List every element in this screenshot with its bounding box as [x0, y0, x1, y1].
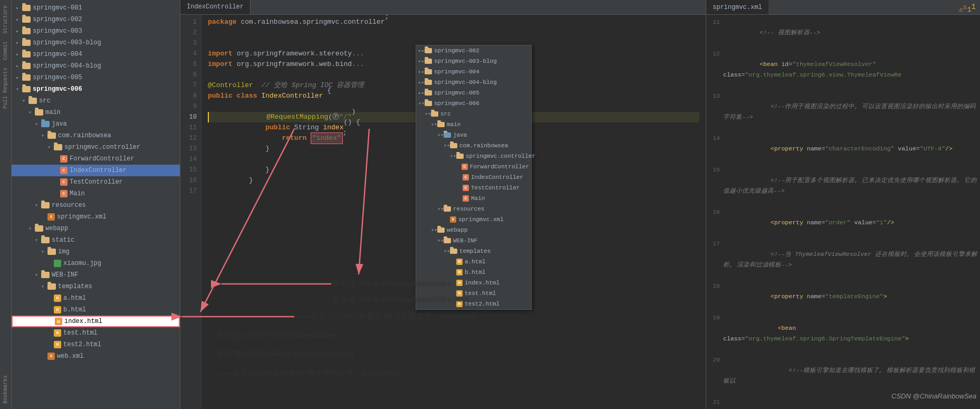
tree-item-main-class[interactable]: C Main	[12, 188, 180, 199]
arrow-icon: ▾	[437, 237, 444, 244]
overlay-item-index-ctrl[interactable]: C IndexController	[416, 172, 531, 183]
overlay-file-tree[interactable]: ▸ springmvc-002 ▸ springmvc-003-blog ▸ s…	[416, 45, 532, 310]
xml-content[interactable]: 11 <!-- 视图解析器--> 12 <bean id="thymeleafV…	[706, 15, 980, 409]
jpg-file-icon	[54, 260, 61, 267]
arrow-icon: ▸	[418, 79, 425, 85]
item-label: resources	[453, 206, 484, 212]
item-label: springmvc-001	[33, 4, 82, 12]
overlay-item-springmvc-003-blog[interactable]: ▸ springmvc-003-blog	[416, 56, 531, 66]
overlay-item-springmvc-004-blog[interactable]: ▸ springmvc-004-blog	[416, 77, 531, 88]
overlay-item-com-rainbowsea[interactable]: ▾ com.rainbowsea	[416, 140, 531, 151]
file-tree[interactable]: springmvc-001 springmvc-002 springmvc-00…	[12, 0, 180, 409]
vtab-bookmarks[interactable]: Bookmarks	[2, 372, 9, 407]
tree-item-src[interactable]: src	[12, 95, 180, 107]
tree-item-springmvc-006[interactable]: springmvc-006	[12, 83, 180, 95]
line-num: 15	[708, 165, 723, 175]
tree-item-resources[interactable]: resources	[12, 199, 180, 211]
tab-springmvc-xml[interactable]: springmvc.xml	[706, 0, 768, 14]
tree-item-test2-html[interactable]: H test2.html	[12, 339, 180, 350]
tree-item-springmvc-004-blog[interactable]: springmvc-004-blog	[12, 60, 180, 72]
overlay-item-main-class[interactable]: C Main	[416, 193, 531, 204]
tree-item-springmvc-003[interactable]: springmvc-003	[12, 25, 180, 37]
tree-item-templates[interactable]: templates	[12, 281, 180, 292]
vtab-structure[interactable]: Structure	[2, 2, 9, 37]
folder-icon	[22, 16, 31, 23]
overlay-item-springmvc-006[interactable]: ▾ springmvc-006	[416, 98, 531, 109]
overlay-item-src[interactable]: ▾ src	[416, 109, 531, 119]
xml-line-16: 16 <property name="order" value="1"/>	[708, 207, 978, 239]
html-file-icon: H	[456, 269, 463, 275]
tree-item-index-html[interactable]: H index.html	[12, 316, 180, 327]
overlay-item-webapp[interactable]: ▾ webapp	[416, 225, 531, 235]
line-num: 21	[708, 397, 723, 407]
overlay-item-springmvc-xml[interactable]: X springmvc.xml	[416, 214, 531, 225]
overlay-item-test-html[interactable]: H test.html	[416, 288, 531, 299]
overlay-item-test2-html[interactable]: H test2.html	[416, 299, 531, 309]
vtab-commit[interactable]: Commit	[2, 38, 9, 63]
tree-item-a-html[interactable]: H a.html	[12, 292, 180, 304]
tree-item-test-controller[interactable]: C TestController	[12, 176, 180, 188]
tree-item-springmvc-002[interactable]: springmvc-002	[12, 14, 180, 25]
item-label: springmvc-006	[434, 100, 479, 107]
tree-item-springmvc-004[interactable]: springmvc-004	[12, 49, 180, 60]
arrow-icon: ▾	[437, 206, 444, 212]
folder-icon	[437, 122, 445, 127]
overlay-item-springmvc-controller[interactable]: ▾ springmvc.controller	[416, 151, 531, 161]
item-label: springmvc.controller	[64, 144, 140, 151]
overlay-item-b-html[interactable]: H b.html	[416, 267, 531, 278]
arrow-icon: ▾	[450, 153, 456, 159]
xml-panel: ⚠ 1 springmvc.xml 11 <!-- 视图解析器--> 12 <b…	[706, 0, 980, 409]
arrow-icon	[28, 225, 35, 232]
item-label: webapp	[447, 227, 468, 233]
tree-item-webapp[interactable]: webapp	[12, 223, 180, 234]
tree-item-springmvc-controller[interactable]: springmvc.controller	[12, 141, 180, 153]
tree-item-springmvc-xml[interactable]: X springmvc.xml	[12, 211, 180, 223]
tree-item-b-html[interactable]: H b.html	[12, 304, 180, 316]
arrow-icon	[35, 202, 41, 208]
overlay-item-test-ctrl[interactable]: C TestController	[416, 183, 531, 193]
xml-line-21: 21 <property name="templateResolver">	[708, 397, 978, 409]
item-label: springmvc-006	[33, 85, 82, 93]
overlay-item-springmvc-005[interactable]: ▸ springmvc-005	[416, 88, 531, 98]
tree-item-springmvc-005[interactable]: springmvc-005	[12, 72, 180, 83]
overlay-item-java[interactable]: ▾ java	[416, 130, 531, 140]
item-label: b.html	[63, 306, 86, 313]
line-num-5: 5	[180, 59, 197, 70]
overlay-item-a-html[interactable]: H a.html	[416, 256, 531, 267]
arrow-icon	[35, 237, 41, 243]
overlay-item-main[interactable]: ▾ main	[416, 119, 531, 130]
tree-item-springmvc-001[interactable]: springmvc-001	[12, 2, 180, 14]
vertical-tab-bar: Structure Commit Pull Requests Bookmarks	[0, 0, 12, 409]
overlay-item-springmvc-004[interactable]: ▸ springmvc-004	[416, 66, 531, 77]
overlay-item-web-inf[interactable]: ▾ WEB-INF	[416, 235, 531, 246]
tree-item-test-html[interactable]: H test.html	[12, 327, 180, 339]
tree-item-com-rainbowsea[interactable]: com.rainbowsea	[12, 130, 180, 141]
tree-item-web-xml[interactable]: X web.xml	[12, 350, 180, 362]
line-num-1: 1	[180, 17, 197, 27]
line-num-13: 13	[180, 144, 197, 154]
arrow-icon	[41, 249, 47, 255]
tree-item-static[interactable]: static	[12, 234, 180, 246]
html-file-icon: H	[456, 259, 463, 265]
vtab-pull-requests[interactable]: Pull Requests	[2, 64, 9, 112]
tree-item-forward-controller[interactable]: C ForwardController	[12, 153, 180, 165]
overlay-item-index-html[interactable]: H index.html	[416, 278, 531, 288]
tree-item-springmvc-003-blog[interactable]: springmvc-003-blog	[12, 37, 180, 49]
tree-item-xiaomu-jpg[interactable]: xiaomu.jpg	[12, 258, 180, 269]
tree-item-web-inf[interactable]: WEB-INF	[12, 269, 180, 281]
overlay-item-springmvc-002[interactable]: ▸ springmvc-002	[416, 45, 531, 56]
overlay-item-templates[interactable]: ▾ templates	[416, 246, 531, 256]
tab-index-controller[interactable]: IndexController	[180, 0, 251, 14]
tree-item-main[interactable]: main	[12, 107, 180, 118]
line-num-17: 17	[180, 186, 197, 196]
arrow-icon	[35, 272, 41, 278]
xml-code: <property name="characterEncoding" value…	[723, 133, 978, 165]
tree-item-img[interactable]: img	[12, 246, 180, 258]
overlay-item-resources[interactable]: ▾ resources	[416, 204, 531, 214]
folder-icon	[35, 109, 43, 116]
java-file-icon: C	[463, 174, 469, 180]
tree-item-index-controller[interactable]: C IndexController	[12, 165, 180, 176]
tree-item-java[interactable]: java	[12, 118, 180, 130]
folder-icon	[22, 63, 31, 69]
overlay-item-forward[interactable]: C ForwardController	[416, 161, 531, 172]
